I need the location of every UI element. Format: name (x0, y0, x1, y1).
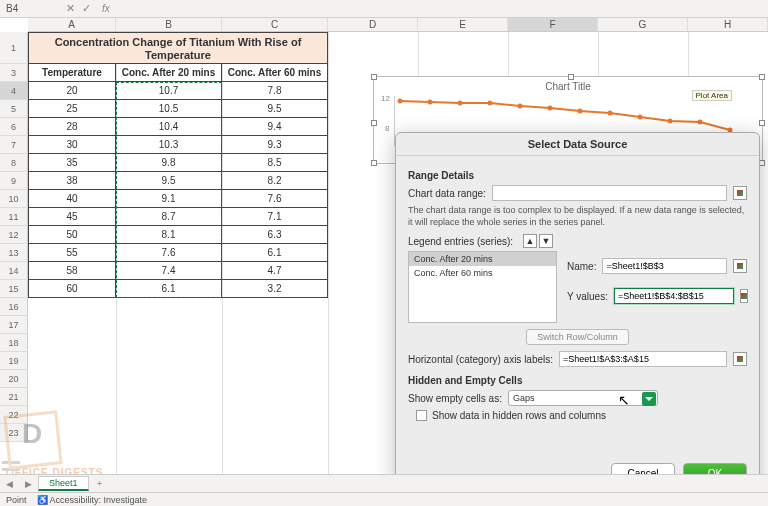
cell-conc60[interactable]: 8.2 (222, 172, 328, 190)
dropdown-caret-icon[interactable] (642, 392, 656, 406)
series-item-0[interactable]: Conc. After 20 mins (409, 252, 556, 266)
add-sheet-icon[interactable]: ＋ (89, 477, 110, 490)
row-3[interactable]: 3 (0, 64, 28, 82)
hdr-temperature[interactable]: Temperature (28, 64, 116, 82)
chart-data-range-input[interactable] (492, 185, 727, 201)
cell-conc60[interactable]: 7.1 (222, 208, 328, 226)
horizontal-axis-input[interactable] (559, 351, 727, 367)
col-G[interactable]: G (598, 18, 688, 31)
table-header-row[interactable]: Temperature Conc. After 20 mins Conc. Af… (28, 64, 328, 82)
cell-conc60[interactable]: 9.3 (222, 136, 328, 154)
table-row[interactable]: 2810.49.4 (28, 118, 328, 136)
row-11[interactable]: 11 (0, 208, 28, 226)
cancel-icon[interactable]: ✕ (66, 2, 78, 15)
table-row[interactable]: 409.17.6 (28, 190, 328, 208)
row-headers[interactable]: 1 3 4 5 6 7 8 9 10 11 12 13 14 15 16 17 … (0, 32, 28, 442)
table-row[interactable]: 587.44.7 (28, 262, 328, 280)
row-12[interactable]: 12 (0, 226, 28, 244)
cell-temp[interactable]: 60 (28, 280, 116, 298)
row-9[interactable]: 9 (0, 172, 28, 190)
tab-nav-next-icon[interactable]: ▶ (19, 479, 38, 489)
cell-conc20[interactable]: 10.4 (116, 118, 222, 136)
cell-temp[interactable]: 30 (28, 136, 116, 154)
cell-conc20[interactable]: 9.5 (116, 172, 222, 190)
cell-conc20[interactable]: 10.5 (116, 100, 222, 118)
col-D[interactable]: D (328, 18, 418, 31)
cell-conc60[interactable]: 8.5 (222, 154, 328, 172)
cell-temp[interactable]: 55 (28, 244, 116, 262)
cell-temp[interactable]: 45 (28, 208, 116, 226)
cell-temp[interactable]: 20 (28, 82, 116, 100)
row-18[interactable]: 18 (0, 334, 28, 352)
cell-temp[interactable]: 25 (28, 100, 116, 118)
cell-conc60[interactable]: 9.5 (222, 100, 328, 118)
name-box[interactable]: B4 (0, 3, 60, 14)
legend-series-list[interactable]: Conc. After 20 mins Conc. After 60 mins (408, 251, 557, 323)
move-up-icon[interactable]: ▲ (523, 234, 537, 248)
series-name-input[interactable] (602, 258, 727, 274)
cell-conc20[interactable]: 9.8 (116, 154, 222, 172)
sheet-tab-sheet1[interactable]: Sheet1 (38, 476, 89, 491)
row-21[interactable]: 21 (0, 388, 28, 406)
column-headers[interactable]: A B C D E F G H (28, 18, 768, 32)
accessibility-status[interactable]: ♿ Accessibility: Investigate (37, 495, 148, 505)
cell-conc60[interactable]: 3.2 (222, 280, 328, 298)
cell-conc20[interactable]: 8.7 (116, 208, 222, 226)
cell-conc20[interactable]: 8.1 (116, 226, 222, 244)
hdr-conc60[interactable]: Conc. After 60 mins (222, 64, 328, 82)
cell-temp[interactable]: 35 (28, 154, 116, 172)
table-row[interactable]: 508.16.3 (28, 226, 328, 244)
hdr-conc20[interactable]: Conc. After 20 mins (116, 64, 222, 82)
row-16[interactable]: 16 (0, 298, 28, 316)
series-item-1[interactable]: Conc. After 60 mins (409, 266, 556, 280)
col-F[interactable]: F (508, 18, 598, 31)
cell-temp[interactable]: 28 (28, 118, 116, 136)
cell-conc20[interactable]: 7.6 (116, 244, 222, 262)
cell-conc20[interactable]: 10.7 (116, 82, 222, 100)
row-15[interactable]: 15 (0, 280, 28, 298)
row-5[interactable]: 5 (0, 100, 28, 118)
table-row[interactable]: 389.58.2 (28, 172, 328, 190)
col-E[interactable]: E (418, 18, 508, 31)
row-19[interactable]: 19 (0, 352, 28, 370)
cell-temp[interactable]: 38 (28, 172, 116, 190)
cell-conc20[interactable]: 6.1 (116, 280, 222, 298)
cell-conc20[interactable]: 7.4 (116, 262, 222, 280)
show-hidden-checkbox[interactable] (416, 410, 427, 421)
enter-icon[interactable]: ✓ (82, 2, 94, 15)
table-row[interactable]: 557.66.1 (28, 244, 328, 262)
table-row[interactable]: 606.13.2 (28, 280, 328, 298)
row-17[interactable]: 17 (0, 316, 28, 334)
show-empty-dropdown[interactable]: Gaps (508, 390, 658, 406)
table-row[interactable]: 3010.39.3 (28, 136, 328, 154)
cell-conc60[interactable]: 6.1 (222, 244, 328, 262)
cell-temp[interactable]: 50 (28, 226, 116, 244)
cell-conc60[interactable]: 4.7 (222, 262, 328, 280)
move-down-icon[interactable]: ▼ (539, 234, 553, 248)
col-C[interactable]: C (222, 18, 328, 31)
range-picker-icon[interactable] (733, 186, 747, 200)
switch-row-column-button[interactable]: Switch Row/Column (526, 329, 629, 345)
table-row[interactable]: 2510.59.5 (28, 100, 328, 118)
row-10[interactable]: 10 (0, 190, 28, 208)
col-B[interactable]: B (116, 18, 222, 31)
cell-conc20[interactable]: 10.3 (116, 136, 222, 154)
cell-conc20[interactable]: 9.1 (116, 190, 222, 208)
row-6[interactable]: 6 (0, 118, 28, 136)
tab-nav-prev-icon[interactable]: ◀ (0, 479, 19, 489)
table-row[interactable]: 458.77.1 (28, 208, 328, 226)
cell-conc60[interactable]: 6.3 (222, 226, 328, 244)
cell-temp[interactable]: 58 (28, 262, 116, 280)
row-7[interactable]: 7 (0, 136, 28, 154)
name-picker-icon[interactable] (733, 259, 747, 273)
row-20[interactable]: 20 (0, 370, 28, 388)
row-8[interactable]: 8 (0, 154, 28, 172)
table-title[interactable]: Concentration Change of Titanium With Ri… (28, 32, 328, 64)
cell-conc60[interactable]: 9.4 (222, 118, 328, 136)
row-13[interactable]: 13 (0, 244, 28, 262)
cell-conc60[interactable]: 7.6 (222, 190, 328, 208)
fx-icon[interactable]: fx (102, 3, 110, 14)
row-4[interactable]: 4 (0, 82, 28, 100)
y-values-input[interactable] (614, 288, 734, 304)
col-A[interactable]: A (28, 18, 116, 31)
